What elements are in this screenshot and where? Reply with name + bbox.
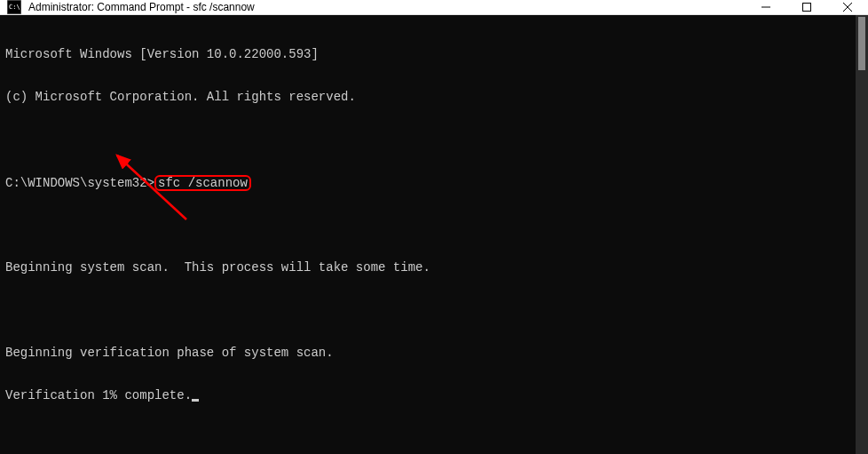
minimize-button[interactable] [746,0,786,14]
command-prompt-window: C:\ Administrator: Command Prompt - sfc … [0,0,868,454]
output-line: Verification 1% complete. [5,388,850,402]
prompt-line: C:\WINDOWS\system32>sfc /scannow [5,175,850,189]
cmd-icon: C:\ [7,0,21,14]
typed-command: sfc /scannow [158,176,248,190]
vertical-scrollbar[interactable] [856,15,868,454]
svg-rect-3 [803,4,811,12]
window-title: Administrator: Command Prompt - sfc /sca… [28,1,746,13]
svg-text:C:\: C:\ [9,4,20,11]
terminal-cursor [192,399,199,402]
output-line: Beginning system scan. This process will… [5,260,850,275]
output-line: (c) Microsoft Corporation. All rights re… [5,90,850,104]
output-line [5,303,850,317]
terminal-output[interactable]: Microsoft Windows [Version 10.0.22000.59… [0,15,856,454]
command-highlight: sfc /scannow [154,175,251,191]
close-button[interactable] [827,0,868,14]
output-line: Beginning verification phase of system s… [5,346,850,360]
output-line [5,218,850,232]
prompt-path: C:\WINDOWS\system32> [5,176,154,190]
titlebar[interactable]: C:\ Administrator: Command Prompt - sfc … [0,0,868,15]
terminal-container: Microsoft Windows [Version 10.0.22000.59… [0,15,868,454]
output-line: Microsoft Windows [Version 10.0.22000.59… [5,47,850,61]
scrollbar-thumb[interactable] [858,17,865,70]
output-line [5,132,850,147]
window-controls [746,0,868,14]
maximize-button[interactable] [786,0,827,14]
progress-text: Verification 1% complete. [5,388,192,402]
